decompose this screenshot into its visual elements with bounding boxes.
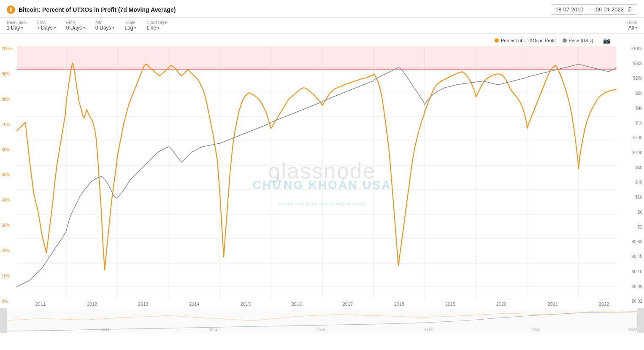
zoom-value: All ▾ [628,25,637,31]
chart-style-chevron: ▾ [157,26,160,30]
ema-label: EMA [66,20,85,25]
svg-text:2015: 2015 [241,302,251,307]
toolbar: Resolution 1 Day ▾ SMA 7 Days ▾ EMA 0 Da… [0,18,644,34]
svg-text:2014: 2014 [189,302,199,307]
legend-price: Price [USD] [563,38,593,43]
svg-text:2012: 2012 [101,328,110,332]
svg-text:2013: 2013 [138,302,148,307]
chart-style-selector[interactable]: Chart Style Line ▾ [146,20,167,31]
calendar-icon[interactable]: 🗓 [627,6,633,13]
ema-selector[interactable]: EMA 0 Days ▾ [66,20,85,31]
zoom-label: Zoom [626,20,637,25]
chart-legend: Percent of UTXOs in Profit Price [USD] 📷 [495,37,610,44]
date-range[interactable]: 18-07-2010 → 09-01-2022 🗓 [551,4,637,15]
mm-value: 0 Days ▾ [95,25,114,31]
svg-text:2019: 2019 [445,302,455,307]
resolution-selector[interactable]: Resolution 1 Day ▾ [7,20,27,31]
legend-price-dot [563,38,567,43]
svg-text:2022: 2022 [629,328,637,332]
svg-text:2018: 2018 [394,302,404,307]
svg-text:2014: 2014 [209,328,217,332]
resolution-value: 1 Day ▾ [7,25,27,31]
minimap[interactable]: 2012 2014 2016 2018 2020 2022 [0,308,644,333]
zoom-chevron: ▾ [635,26,637,30]
legend-utxo-dot [495,38,499,43]
scale-label: Scale [124,20,136,25]
svg-text:2020: 2020 [496,302,506,307]
resolution-chevron: ▾ [21,26,23,30]
legend-utxo: Percent of UTXOs in Profit [495,38,556,43]
minimap-svg: 2012 2014 2016 2018 2020 2022 [0,308,644,333]
svg-text:2020: 2020 [532,328,540,332]
ema-chevron: ▾ [83,26,85,30]
svg-text:2017: 2017 [343,302,353,307]
chart-header: ₿ Bitcoin: Percent of UTXOs in Profit (7… [0,0,644,18]
sma-label: SMA [37,20,56,25]
scale-value: Log ▾ [124,25,136,31]
mm-selector[interactable]: MM 0 Days ▾ [95,20,114,31]
svg-text:2016: 2016 [317,328,325,332]
legend-utxo-label: Percent of UTXOs in Profit [501,38,556,43]
resolution-label: Resolution [7,20,27,25]
scale-selector[interactable]: Scale Log ▾ [124,20,136,31]
btc-icon: ₿ [7,5,15,14]
svg-text:2021: 2021 [548,302,558,307]
svg-text:2011: 2011 [35,302,46,307]
sma-chevron: ▾ [54,26,56,30]
chart-svg: 2011 2012 2013 2014 2015 2016 2017 2018 … [0,34,644,308]
scale-chevron: ▾ [134,26,136,30]
svg-rect-35 [0,308,7,333]
mm-chevron: ▾ [112,26,114,30]
svg-rect-36 [637,308,644,333]
chart-title: Bitcoin: Percent of UTXOs in Profit (7d … [19,6,176,13]
svg-text:2022: 2022 [599,302,609,307]
svg-text:2018: 2018 [424,328,433,332]
date-to: 09-01-2022 [596,6,624,13]
sma-selector[interactable]: SMA 7 Days ▾ [37,20,56,31]
chart-style-label: Chart Style [146,20,167,25]
camera-icon[interactable]: 📷 [603,37,610,44]
chart-style-value: Line ▾ [146,25,167,31]
svg-rect-21 [17,46,616,70]
chart-area: Percent of UTXOs in Profit Price [USD] 📷… [0,34,644,308]
date-arrow: → [587,6,593,13]
title-row: ₿ Bitcoin: Percent of UTXOs in Profit (7… [7,5,176,14]
legend-price-label: Price [USD] [569,38,593,43]
mm-label: MM [95,20,114,25]
zoom-selector[interactable]: Zoom All ▾ [626,20,637,31]
sma-value: 7 Days ▾ [37,25,56,31]
svg-text:2016: 2016 [292,302,302,307]
svg-text:2012: 2012 [87,302,97,307]
ema-value: 0 Days ▾ [66,25,85,31]
date-from: 18-07-2010 [555,6,584,13]
